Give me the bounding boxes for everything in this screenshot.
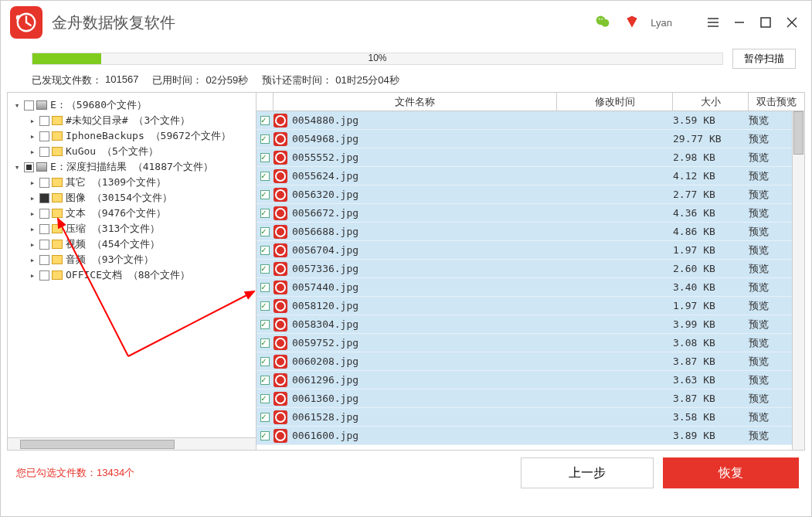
file-row[interactable]: 0055624.jpg4.12 KB预览 [257, 167, 804, 185]
row-checkbox[interactable] [257, 376, 273, 385]
minimize-icon[interactable] [726, 9, 753, 36]
tree-node[interactable]: ▾E：深度扫描结果 （41887个文件） [12, 159, 256, 175]
horizontal-scrollbar[interactable] [8, 437, 256, 450]
file-row[interactable]: 0054968.jpg29.77 KB预览 [257, 130, 804, 148]
tree-checkbox[interactable] [39, 209, 49, 219]
prev-step-button[interactable]: 上一步 [521, 457, 654, 488]
pause-scan-button[interactable]: 暂停扫描 [732, 49, 796, 69]
tree-toggle-icon[interactable]: ▸ [28, 224, 37, 234]
tree-node[interactable]: ▸其它 （1309个文件） [12, 175, 256, 190]
tree-checkbox[interactable] [24, 162, 34, 172]
row-checkbox[interactable] [257, 227, 273, 236]
recover-button[interactable]: 恢复 [663, 457, 799, 488]
file-row[interactable]: 0056672.jpg4.36 KB预览 [257, 204, 804, 223]
file-row[interactable]: 0056688.jpg4.86 KB预览 [257, 223, 804, 241]
tree-checkbox[interactable] [39, 178, 49, 188]
tree-node[interactable]: ▸IphoneBackups （59672个文件） [12, 128, 256, 144]
tree-checkbox[interactable] [39, 193, 49, 203]
tree-checkbox[interactable] [39, 131, 49, 141]
row-checkbox[interactable] [257, 283, 273, 292]
tree-toggle-icon[interactable]: ▸ [28, 209, 37, 219]
tree-node[interactable]: ▸KuGou （5个文件） [12, 144, 256, 159]
file-row[interactable]: 0057336.jpg2.60 KB预览 [257, 260, 804, 278]
row-checkbox[interactable] [257, 338, 273, 348]
file-row[interactable]: 0059752.jpg3.08 KB预览 [257, 334, 804, 352]
wechat-icon[interactable] [595, 14, 610, 32]
tree-node[interactable]: ▾E：（59680个文件） [12, 97, 256, 113]
close-icon[interactable] [779, 9, 805, 36]
tree-node[interactable]: ▸图像 （30154个文件） [12, 190, 256, 206]
status-row: 已发现文件数： 101567 已用时间： 02分59秒 预计还需时间： 01时2… [1, 72, 811, 92]
tree-node[interactable]: ▸文本 （9476个文件） [12, 206, 256, 221]
tree-node[interactable]: ▸视频 （454个文件） [12, 236, 256, 252]
tree-label: 压缩 （313个文件） [66, 222, 160, 236]
vertical-scrollbar[interactable] [792, 111, 804, 450]
tree-toggle-icon[interactable]: ▸ [28, 116, 37, 126]
tree-toggle-icon[interactable]: ▸ [28, 240, 37, 250]
row-checkbox[interactable] [257, 209, 273, 218]
file-row[interactable]: 0058304.jpg3.99 KB预览 [257, 315, 804, 334]
tree-node[interactable]: ▸压缩 （313个文件） [12, 221, 256, 236]
tree-checkbox[interactable] [39, 240, 49, 250]
file-name: 0054880.jpg [290, 114, 557, 126]
row-checkbox[interactable] [257, 153, 273, 162]
tree-checkbox[interactable] [39, 255, 49, 265]
tree-toggle-icon[interactable]: ▸ [28, 131, 37, 141]
file-row[interactable]: 0056320.jpg2.77 KB预览 [257, 185, 804, 204]
file-row[interactable]: 0061360.jpg3.87 KB预览 [257, 389, 804, 408]
header-checkbox-col[interactable] [257, 93, 273, 111]
row-checkbox[interactable] [257, 431, 273, 440]
row-checkbox[interactable] [257, 246, 273, 255]
tree-toggle-icon[interactable]: ▾ [12, 100, 22, 111]
file-row[interactable]: 0060208.jpg3.87 KB预览 [257, 352, 804, 371]
file-size: 3.59 KB [673, 114, 749, 126]
row-checkbox[interactable] [257, 190, 273, 199]
row-checkbox[interactable] [257, 116, 273, 125]
row-checkbox[interactable] [257, 172, 273, 181]
tree-checkbox[interactable] [39, 116, 49, 126]
file-row[interactable]: 0061600.jpg3.89 KB预览 [257, 427, 804, 445]
col-preview[interactable]: 双击预览 [749, 93, 804, 111]
menu-icon[interactable] [700, 9, 726, 36]
file-row[interactable]: 0055552.jpg2.98 KB预览 [257, 148, 804, 167]
progress-bar: 10% [32, 53, 723, 65]
file-row[interactable]: 0061528.jpg3.58 KB预览 [257, 408, 804, 427]
tree-toggle-icon[interactable]: ▸ [28, 270, 37, 281]
tree-toggle-icon[interactable]: ▸ [28, 178, 37, 188]
tree-checkbox[interactable] [39, 147, 49, 157]
tree-checkbox[interactable] [24, 100, 34, 111]
file-size: 3.99 KB [673, 318, 749, 330]
file-row[interactable]: 0057440.jpg3.40 KB预览 [257, 278, 804, 297]
tree-toggle-icon[interactable]: ▸ [28, 147, 37, 157]
tree-toggle-icon[interactable]: ▸ [28, 193, 37, 203]
vip-diamond-icon[interactable] [624, 14, 640, 32]
col-name[interactable]: 文件名称 [273, 93, 557, 111]
tree-toggle-icon[interactable]: ▾ [12, 162, 22, 172]
file-row[interactable]: 0061296.jpg3.63 KB预览 [257, 371, 804, 389]
row-checkbox[interactable] [257, 394, 273, 403]
maximize-icon[interactable] [753, 9, 779, 36]
row-checkbox[interactable] [257, 413, 273, 422]
col-size[interactable]: 大小 [673, 93, 749, 111]
tree-toggle-icon[interactable]: ▸ [28, 255, 37, 265]
username-label[interactable]: Lyan [651, 17, 672, 29]
row-checkbox[interactable] [257, 134, 273, 144]
image-file-icon [273, 243, 287, 257]
file-row[interactable]: 0056704.jpg1.97 KB预览 [257, 241, 804, 260]
file-row[interactable]: 0054880.jpg3.59 KB预览 [257, 111, 804, 130]
folder-tree[interactable]: ▾E：（59680个文件）▸#未知父目录# （3个文件）▸IphoneBacku… [8, 93, 257, 450]
tree-node[interactable]: ▸#未知父目录# （3个文件） [12, 113, 256, 128]
image-file-icon [273, 392, 287, 406]
tree-node[interactable]: ▸OFFICE文档 （88个文件） [12, 267, 256, 283]
file-row[interactable]: 0058120.jpg1.97 KB预览 [257, 297, 804, 315]
row-checkbox[interactable] [257, 357, 273, 366]
col-mtime[interactable]: 修改时间 [557, 93, 673, 111]
tree-node[interactable]: ▸音频 （93个文件） [12, 252, 256, 267]
selected-count-label: 您已勾选文件数：13434个 [16, 466, 521, 480]
row-checkbox[interactable] [257, 264, 273, 274]
tree-checkbox[interactable] [39, 224, 49, 234]
row-checkbox[interactable] [257, 301, 273, 311]
tree-checkbox[interactable] [39, 270, 49, 281]
folder-icon [52, 147, 63, 156]
row-checkbox[interactable] [257, 320, 273, 329]
